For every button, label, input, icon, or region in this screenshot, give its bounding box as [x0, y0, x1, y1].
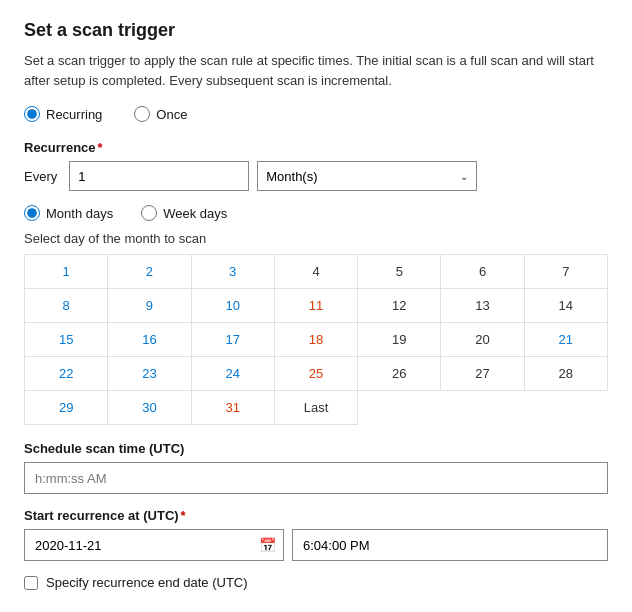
- calendar-day-26[interactable]: 26: [358, 357, 441, 391]
- calendar-day-2[interactable]: 2: [108, 255, 191, 289]
- every-input-wrapper: ⌃ ⌄: [69, 161, 249, 191]
- calendar-day-13[interactable]: 13: [441, 289, 524, 323]
- calendar-day-28[interactable]: 28: [525, 357, 608, 391]
- calendar-label: Select day of the month to scan: [24, 231, 608, 246]
- week-days-radio[interactable]: [141, 205, 157, 221]
- calendar-grid: 1234567891011121314151617181920212223242…: [24, 254, 608, 425]
- period-select[interactable]: Month(s) Day(s) Week(s) Year(s): [258, 162, 452, 190]
- week-days-label: Week days: [163, 206, 227, 221]
- start-required-star: *: [181, 508, 186, 523]
- calendar-day-19[interactable]: 19: [358, 323, 441, 357]
- page-description: Set a scan trigger to apply the scan rul…: [24, 51, 604, 90]
- calendar-day-27[interactable]: 27: [441, 357, 524, 391]
- every-label: Every: [24, 169, 57, 184]
- required-star: *: [98, 140, 103, 155]
- calendar-day-4[interactable]: 4: [275, 255, 358, 289]
- calendar-day-22[interactable]: 22: [25, 357, 108, 391]
- day-type-group: Month days Week days: [24, 205, 608, 221]
- calendar-day-21[interactable]: 21: [525, 323, 608, 357]
- calendar-day-5[interactable]: 5: [358, 255, 441, 289]
- calendar-day-11[interactable]: 11: [275, 289, 358, 323]
- schedule-time-section: Schedule scan time (UTC): [24, 441, 608, 494]
- every-input[interactable]: [70, 162, 249, 190]
- start-time-input[interactable]: [292, 529, 608, 561]
- calendar-day-23[interactable]: 23: [108, 357, 191, 391]
- start-recurrence-label: Start recurrence at (UTC)*: [24, 508, 608, 523]
- calendar-day-15[interactable]: 15: [25, 323, 108, 357]
- calendar-day-9[interactable]: 9: [108, 289, 191, 323]
- calendar-day-1[interactable]: 1: [25, 255, 108, 289]
- recurrence-row: Every ⌃ ⌄ Month(s) Day(s) Week(s) Year(s…: [24, 161, 608, 191]
- once-radio[interactable]: [134, 106, 150, 122]
- date-input-wrapper: 📅: [24, 529, 284, 561]
- once-label: Once: [156, 107, 187, 122]
- period-select-wrapper: Month(s) Day(s) Week(s) Year(s) ⌄: [257, 161, 477, 191]
- calendar-day-18[interactable]: 18: [275, 323, 358, 357]
- calendar-day-30[interactable]: 30: [108, 391, 191, 425]
- calendar-day-8[interactable]: 8: [25, 289, 108, 323]
- calendar-day-last[interactable]: Last: [275, 391, 358, 425]
- month-days-label: Month days: [46, 206, 113, 221]
- month-days-option[interactable]: Month days: [24, 205, 113, 221]
- start-recurrence-row: 📅: [24, 529, 608, 561]
- calendar-day-7[interactable]: 7: [525, 255, 608, 289]
- trigger-type-group: Recurring Once: [24, 106, 608, 122]
- calendar-day-10[interactable]: 10: [192, 289, 275, 323]
- start-recurrence-section: Start recurrence at (UTC)* 📅: [24, 508, 608, 561]
- calendar-day-24[interactable]: 24: [192, 357, 275, 391]
- recurring-option[interactable]: Recurring: [24, 106, 102, 122]
- end-date-label: Specify recurrence end date (UTC): [46, 575, 248, 590]
- recurrence-section-label: Recurrence*: [24, 140, 608, 155]
- schedule-time-label: Schedule scan time (UTC): [24, 441, 608, 456]
- period-chevron-icon: ⌄: [452, 171, 476, 182]
- calendar-day-14[interactable]: 14: [525, 289, 608, 323]
- month-days-radio[interactable]: [24, 205, 40, 221]
- end-date-row: Specify recurrence end date (UTC): [24, 575, 608, 590]
- calendar-day-31[interactable]: 31: [192, 391, 275, 425]
- calendar-day-20[interactable]: 20: [441, 323, 524, 357]
- page-title: Set a scan trigger: [24, 20, 608, 41]
- recurring-radio[interactable]: [24, 106, 40, 122]
- calendar-day-29[interactable]: 29: [25, 391, 108, 425]
- recurring-label: Recurring: [46, 107, 102, 122]
- start-date-input[interactable]: [24, 529, 284, 561]
- calendar-day-6[interactable]: 6: [441, 255, 524, 289]
- calendar-day-3[interactable]: 3: [192, 255, 275, 289]
- calendar-day-25[interactable]: 25: [275, 357, 358, 391]
- calendar-day-12[interactable]: 12: [358, 289, 441, 323]
- schedule-time-input[interactable]: [24, 462, 608, 494]
- once-option[interactable]: Once: [134, 106, 187, 122]
- calendar-section: Select day of the month to scan 12345678…: [24, 231, 608, 425]
- end-date-checkbox[interactable]: [24, 576, 38, 590]
- calendar-day-17[interactable]: 17: [192, 323, 275, 357]
- week-days-option[interactable]: Week days: [141, 205, 227, 221]
- calendar-day-16[interactable]: 16: [108, 323, 191, 357]
